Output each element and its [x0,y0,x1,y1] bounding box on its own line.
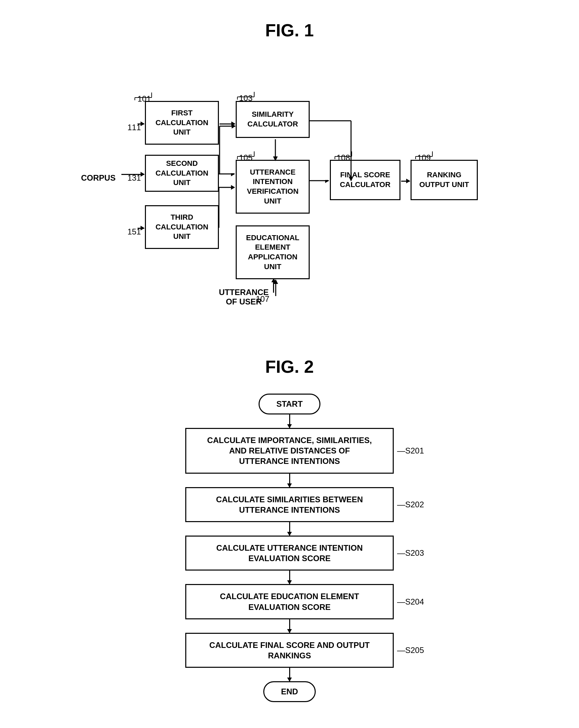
svg-marker-31 [349,177,353,181]
fig1-diagram: 101 FIRSTCALCULATIONUNIT SECONDCALCULATI… [54,54,525,330]
arrow-sim-final [309,120,353,182]
end-oval: END [263,681,316,702]
flow-arrow-5 [289,619,290,633]
fig2-diagram: START CALCULATE IMPORTANCE, SIMILARITIES… [138,394,441,702]
start-oval: START [258,394,321,414]
step-s202-label: —S202 [397,500,424,509]
ref-107: 107 [256,294,269,304]
svg-marker-18 [231,185,235,190]
fig2-title: FIG. 2 [27,357,552,377]
first-calc-box: FIRSTCALCULATIONUNIT [145,101,219,145]
step-s205-box: CALCULATE FINAL SCORE AND OUTPUTRANKINGS [185,633,394,668]
arrow-131-second [138,174,144,175]
step-s203-box: CALCULATE UTTERANCE INTENTIONEVALUATION … [185,536,394,571]
arrow-final-ranking [401,181,410,182]
step-s204-box: CALCULATE EDUCATION ELEMENTEVALUATION SC… [185,584,394,619]
step-s205-label: —S205 [397,646,424,655]
step-s201-box: CALCULATE IMPORTANCE, SIMILARITIES,AND R… [185,428,394,474]
utterance-intention-box: UTTERANCEINTENTIONVERIFICATIONUNIT [236,160,310,214]
arrow-up-user [272,279,279,296]
start-row: START [258,394,321,414]
flow-arrow-4 [289,571,290,584]
step-s201-label: —S201 [397,446,424,456]
svg-marker-28 [273,156,278,161]
arrow-third-uiv [218,184,237,228]
arrow-sim-to-uiv [272,138,279,162]
ref105-bracket [234,150,261,160]
step-s202-row: CALCULATE SIMILARITIES BETWEENUTTERANCE … [155,487,424,522]
step-s202-box: CALCULATE SIMILARITIES BETWEENUTTERANCE … [185,487,394,522]
arrow-111-first [138,124,144,125]
step-s203-row: CALCULATE UTTERANCE INTENTIONEVALUATION … [155,536,424,571]
corpus-label: CORPUS [81,173,116,183]
educational-element-box: EDUCATIONALELEMENTAPPLICATIONUNIT [236,226,310,279]
step-s204-label: —S204 [397,597,424,606]
step-s205-row: CALCULATE FINAL SCORE AND OUTPUTRANKINGS… [155,633,424,668]
end-row: END [263,681,316,702]
ref109-bracket [412,150,439,160]
second-calc-box: SECONDCALCULATIONUNIT [145,155,219,192]
ref101-bracket [132,91,158,101]
svg-marker-10 [273,279,278,284]
flow-arrow-6 [289,668,290,681]
step-s203-label: —S203 [397,548,424,558]
flow-arrow-2 [289,474,290,487]
ref103-bracket [234,90,261,100]
svg-marker-15 [231,173,235,176]
svg-marker-13 [232,124,236,129]
fig1-title: FIG. 1 [27,20,552,41]
ranking-output-box: RANKINGOUTPUT UNIT [411,160,478,200]
flow-arrow-3 [289,522,290,536]
arrow-second-sim [219,121,238,178]
step-s201-row: CALCULATE IMPORTANCE, SIMILARITIES,AND R… [155,428,424,474]
third-calc-box: THIRDCALCULATIONUNIT [145,205,219,249]
flow-arrow-1 [289,414,290,428]
step-s204-row: CALCULATE EDUCATION ELEMENTEVALUATION SC… [155,584,424,619]
arrow-151-third [138,228,144,229]
similarity-calc-box: SIMILARITYCALCULATOR [236,101,310,138]
